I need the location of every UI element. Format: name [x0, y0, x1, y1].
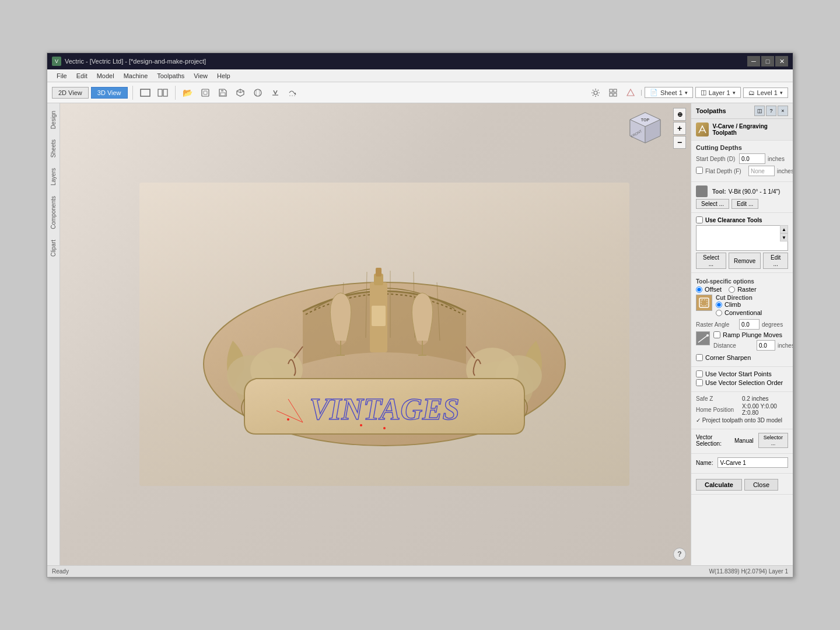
close-button[interactable]: Close — [744, 479, 778, 491]
toolpath-type-label: V-Carve / Engraving Toolpath — [712, 123, 788, 136]
menu-machine[interactable]: Machine — [119, 71, 153, 80]
sidebar-tab-sheets[interactable]: Sheets — [48, 134, 59, 163]
svg-rect-6 — [220, 93, 225, 96]
distance-input[interactable] — [757, 340, 775, 351]
cutting-depths-section: Cutting Depths Start Depth (D) inches Fl… — [691, 141, 793, 182]
app-icon: V — [52, 57, 61, 66]
tool-edit-button[interactable]: Edit ... — [732, 199, 758, 209]
sidebar-tab-design[interactable]: Design — [48, 106, 59, 134]
clearance-checkbox-row: Use Clearance Tools — [696, 216, 788, 223]
sheet-dropdown[interactable]: 📄Sheet 1 — [645, 87, 693, 98]
cut-direction-options: Cut Direction Climb Conventional — [716, 295, 762, 317]
3d-view-button[interactable]: 3D View — [91, 87, 128, 99]
flat-depth-input[interactable] — [748, 166, 775, 176]
menu-edit[interactable]: Edit — [72, 71, 92, 80]
flat-depth-row: Flat Depth (F) inches — [696, 166, 788, 176]
menu-help[interactable]: Help — [212, 71, 235, 80]
cube-icon[interactable] — [233, 85, 248, 100]
raster-angle-input[interactable] — [739, 319, 760, 330]
ramp-container: Ramp Plunge Moves Distance inches — [696, 331, 788, 352]
start-depth-row: Start Depth (D) inches — [696, 153, 788, 164]
view-cube[interactable]: TOP FRONT — [624, 108, 666, 150]
toolbar-separator-2 — [175, 86, 176, 100]
tool-select-button[interactable]: Select ... — [696, 199, 729, 209]
name-section: Name: — [691, 454, 793, 474]
title-bar-left: V Vectric - [Vectric Ltd] - [*design-and… — [52, 57, 206, 66]
minimize-button[interactable]: ─ — [747, 56, 760, 66]
start-points-row: Use Vector Start Points — [696, 370, 788, 377]
single-view-button[interactable] — [138, 85, 153, 100]
toolpath-icon[interactable] — [285, 85, 300, 100]
clearance-buttons: Select ... Remove Edit ... — [696, 253, 788, 269]
maximize-button[interactable]: □ — [761, 56, 774, 66]
zoom-controls: ⊕ + − — [673, 108, 686, 149]
svg-line-9 — [237, 91, 240, 93]
raster-radio[interactable] — [729, 286, 735, 293]
calculate-button[interactable]: Calculate — [696, 479, 742, 491]
climb-label: Climb — [724, 301, 741, 308]
toolbar-grid-icon[interactable] — [606, 85, 621, 100]
list-scroll-down[interactable]: ▼ — [780, 233, 788, 242]
toolpath-icon-1[interactable]: ◫ — [754, 106, 765, 116]
zoom-out-button[interactable]: − — [673, 136, 686, 149]
list-scroll-up[interactable]: ▲ — [780, 225, 788, 233]
zoom-fit-button[interactable]: ⊕ — [673, 108, 686, 121]
clearance-remove-button[interactable]: Remove — [729, 253, 761, 269]
help-button[interactable]: ? — [673, 548, 686, 561]
select-icon[interactable] — [198, 85, 213, 100]
flat-depth-checkbox[interactable] — [696, 167, 703, 174]
2d-view-button[interactable]: 2D View — [52, 87, 89, 99]
name-input[interactable] — [718, 457, 788, 468]
toolbar-triangle-icon[interactable] — [623, 85, 638, 100]
menu-view[interactable]: View — [189, 71, 212, 80]
menu-model[interactable]: Model — [92, 71, 119, 80]
open-icon[interactable]: 📂 — [180, 85, 195, 100]
toolbar-separator-1 — [132, 86, 133, 100]
ramp-plunge-checkbox[interactable] — [713, 331, 720, 338]
conventional-radio[interactable] — [716, 310, 722, 316]
clearance-select-button[interactable]: Select ... — [696, 253, 726, 269]
level-dropdown[interactable]: 🗂Level 1 — [743, 88, 788, 98]
sidebar-tab-components[interactable]: Components — [48, 191, 59, 235]
sidebar-tab-clipart[interactable]: Clipart — [48, 235, 59, 262]
tool-prefix: Tool: — [712, 188, 726, 195]
start-depth-input[interactable] — [739, 153, 765, 164]
title-bar-controls: ─ □ ✕ — [747, 56, 788, 66]
layer-dropdown[interactable]: ◫Layer 1 — [695, 87, 741, 98]
offset-radio[interactable] — [696, 286, 702, 293]
climb-radio[interactable] — [716, 302, 722, 308]
toolbar-settings-icon[interactable] — [588, 85, 603, 100]
corner-sharpen-checkbox[interactable] — [696, 354, 703, 361]
down-arrow-icon[interactable] — [268, 85, 283, 100]
start-points-checkbox[interactable] — [696, 370, 703, 377]
content-area: Design Sheets Layers Components Clipart — [47, 103, 793, 565]
svg-point-66 — [706, 334, 709, 337]
conventional-radio-row: Conventional — [716, 309, 762, 316]
selector-button[interactable]: Selector ... — [758, 433, 788, 448]
outer-window: V Vectric - [Vectric Ltd] - [*design-and… — [0, 0, 840, 630]
svg-rect-17 — [614, 89, 617, 92]
menu-file[interactable]: File — [52, 71, 72, 80]
toolpath-icon-3[interactable]: × — [778, 106, 788, 116]
corner-sharpen-row: Corner Sharpen — [696, 354, 788, 361]
clearance-tools-label: Use Clearance Tools — [705, 217, 762, 223]
save-icon[interactable] — [215, 85, 230, 100]
clearance-tools-checkbox[interactable] — [696, 216, 703, 223]
toolpath-icon-2[interactable]: ? — [766, 106, 776, 116]
close-button[interactable]: ✕ — [775, 56, 788, 66]
clearance-edit-button[interactable]: Edit ... — [763, 253, 788, 269]
split-view-button[interactable] — [155, 85, 170, 100]
svg-rect-65 — [701, 300, 707, 306]
svg-point-54 — [287, 418, 289, 421]
flat-depth-label: Flat Depth (F) — [705, 168, 746, 174]
flat-depth-checkbox-row — [696, 167, 703, 174]
zoom-in-button[interactable]: + — [673, 122, 686, 135]
selection-order-checkbox[interactable] — [696, 379, 703, 386]
raster-label: Raster — [737, 286, 756, 293]
tool-options-section: Tool-specific options Offset Raster — [691, 273, 793, 367]
sidebar-tab-layers[interactable]: Layers — [48, 163, 59, 191]
menu-toolpaths[interactable]: Toolpaths — [152, 71, 189, 80]
sphere-icon[interactable] — [250, 85, 265, 100]
svg-rect-5 — [221, 89, 223, 92]
status-bar: Ready W(11.8389) H(2.0794) Layer 1 — [47, 565, 793, 577]
